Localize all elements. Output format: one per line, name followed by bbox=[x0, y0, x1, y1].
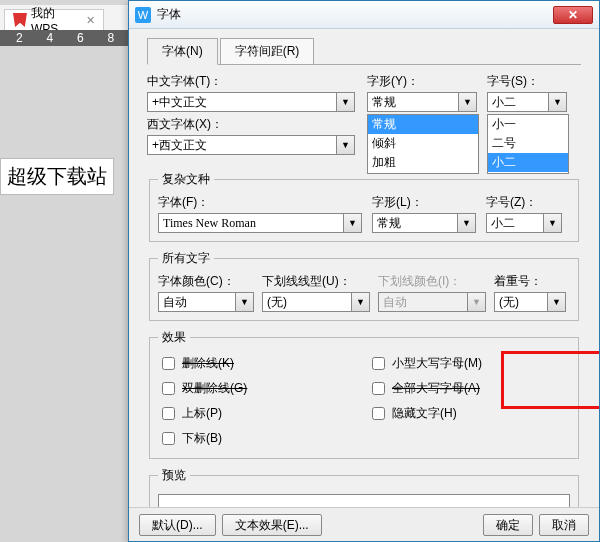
preview-legend: 预览 bbox=[158, 467, 190, 484]
hidden-text-checkbox[interactable]: 隐藏文字(H) bbox=[368, 404, 568, 423]
complex-size-label: 字号(Z)： bbox=[486, 194, 562, 211]
chevron-down-icon[interactable]: ▼ bbox=[549, 92, 567, 112]
latin-font-label: 西文字体(X)： bbox=[147, 117, 223, 131]
emphasis-label: 着重号： bbox=[494, 273, 566, 290]
dialog-tabs: 字体(N) 字符间距(R) bbox=[147, 37, 581, 65]
cjk-size-input[interactable] bbox=[487, 92, 549, 112]
cjk-style-list[interactable]: 常规 倾斜 加粗 bbox=[367, 114, 479, 174]
cjk-size-combo[interactable]: ▼ bbox=[487, 92, 567, 112]
underline-style-input[interactable] bbox=[262, 292, 352, 312]
default-button[interactable]: 默认(D)... bbox=[139, 514, 216, 536]
tab-close-icon[interactable]: ✕ bbox=[86, 14, 95, 27]
underline-color-input bbox=[378, 292, 468, 312]
chevron-down-icon[interactable]: ▼ bbox=[344, 213, 362, 233]
underline-style-combo[interactable]: ▼ bbox=[262, 292, 370, 312]
ok-button[interactable]: 确定 bbox=[483, 514, 533, 536]
font-color-combo[interactable]: ▼ bbox=[158, 292, 254, 312]
chevron-down-icon: ▼ bbox=[468, 292, 486, 312]
complex-legend: 复杂文种 bbox=[158, 171, 214, 188]
list-item[interactable]: 加粗 bbox=[368, 153, 478, 172]
document-tab[interactable]: 我的WPS ✕ bbox=[4, 9, 104, 31]
chevron-down-icon[interactable]: ▼ bbox=[544, 213, 562, 233]
ruler: 2468 bbox=[0, 30, 130, 46]
emphasis-combo[interactable]: ▼ bbox=[494, 292, 566, 312]
complex-font-label: 字体(F)： bbox=[158, 194, 362, 211]
smallcaps-checkbox[interactable]: 小型大写字母(M) bbox=[368, 354, 568, 373]
chevron-down-icon[interactable]: ▼ bbox=[236, 292, 254, 312]
font-dialog: W 字体 ✕ 字体(N) 字符间距(R) 中文字体(T)： ▼ 字形(Y)： ▼ bbox=[128, 0, 600, 542]
complex-font-combo[interactable]: ▼ bbox=[158, 213, 362, 233]
underline-color-label: 下划线颜色(I)： bbox=[378, 273, 486, 290]
effects-legend: 效果 bbox=[158, 329, 190, 346]
underline-color-combo: ▼ bbox=[378, 292, 486, 312]
complex-style-label: 字形(L)： bbox=[372, 194, 476, 211]
chevron-down-icon[interactable]: ▼ bbox=[337, 135, 355, 155]
cjk-font-label: 中文字体(T)： bbox=[147, 73, 357, 90]
emphasis-input[interactable] bbox=[494, 292, 548, 312]
complex-size-input[interactable] bbox=[486, 213, 544, 233]
chevron-down-icon[interactable]: ▼ bbox=[459, 92, 477, 112]
chevron-down-icon[interactable]: ▼ bbox=[458, 213, 476, 233]
complex-style-input[interactable] bbox=[372, 213, 458, 233]
preview-group: 预览 WPS 让办公更轻松 尚未安装此字体，打印时将采用最相近的有效字体。 bbox=[149, 467, 579, 509]
complex-script-group: 复杂文种 字体(F)： ▼ 字形(L)： ▼ 字 bbox=[149, 171, 579, 242]
tab-font[interactable]: 字体(N) bbox=[147, 38, 218, 65]
cjk-style-label: 字形(Y)： bbox=[367, 73, 477, 90]
effects-group: 效果 删除线(K) 双删除线(G) 上标(P) 下标(B) 小型大写字母(M) … bbox=[149, 329, 579, 459]
list-item[interactable]: 小二 bbox=[488, 153, 568, 172]
latin-font-input[interactable] bbox=[147, 135, 337, 155]
cjk-font-combo[interactable]: ▼ bbox=[147, 92, 357, 112]
list-item[interactable]: 倾斜 bbox=[368, 134, 478, 153]
list-item[interactable]: 二号 bbox=[488, 134, 568, 153]
dialog-title: 字体 bbox=[157, 6, 181, 23]
allcaps-checkbox[interactable]: 全部大写字母(A) bbox=[368, 379, 568, 398]
all-text-legend: 所有文字 bbox=[158, 250, 214, 267]
list-item[interactable]: 小一 bbox=[488, 115, 568, 134]
dialog-footer: 默认(D)... 文本效果(E)... 确定 取消 bbox=[129, 507, 599, 541]
document-text: 超级下载站 bbox=[0, 158, 114, 195]
complex-style-combo[interactable]: ▼ bbox=[372, 213, 476, 233]
chevron-down-icon[interactable]: ▼ bbox=[337, 92, 355, 112]
chevron-down-icon[interactable]: ▼ bbox=[548, 292, 566, 312]
chevron-down-icon[interactable]: ▼ bbox=[352, 292, 370, 312]
cjk-style-combo[interactable]: ▼ bbox=[367, 92, 477, 112]
double-strike-checkbox[interactable]: 双删除线(G) bbox=[158, 379, 358, 398]
text-effect-button[interactable]: 文本效果(E)... bbox=[222, 514, 322, 536]
cancel-button[interactable]: 取消 bbox=[539, 514, 589, 536]
underline-style-label: 下划线线型(U)： bbox=[262, 273, 370, 290]
font-color-input[interactable] bbox=[158, 292, 236, 312]
cjk-font-input[interactable] bbox=[147, 92, 337, 112]
document-canvas: 超级下载站 bbox=[0, 50, 130, 542]
tab-spacing[interactable]: 字符间距(R) bbox=[220, 38, 315, 65]
superscript-checkbox[interactable]: 上标(P) bbox=[158, 404, 358, 423]
dialog-titlebar[interactable]: W 字体 ✕ bbox=[129, 1, 599, 29]
list-item[interactable]: 常规 bbox=[368, 115, 478, 134]
app-icon: W bbox=[135, 7, 151, 23]
complex-font-input[interactable] bbox=[158, 213, 344, 233]
cjk-size-list[interactable]: 小一 二号 小二 bbox=[487, 114, 569, 174]
strike-checkbox[interactable]: 删除线(K) bbox=[158, 354, 358, 373]
font-color-label: 字体颜色(C)： bbox=[158, 273, 254, 290]
cjk-style-input[interactable] bbox=[367, 92, 459, 112]
complex-size-combo[interactable]: ▼ bbox=[486, 213, 562, 233]
subscript-checkbox[interactable]: 下标(B) bbox=[158, 429, 358, 448]
cjk-size-label: 字号(S)： bbox=[487, 73, 567, 90]
wps-logo-icon bbox=[13, 13, 27, 27]
window-close-button[interactable]: ✕ bbox=[553, 6, 593, 24]
all-text-group: 所有文字 字体颜色(C)： ▼ 下划线线型(U)： ▼ bbox=[149, 250, 579, 321]
latin-font-combo[interactable]: ▼ bbox=[147, 135, 357, 155]
